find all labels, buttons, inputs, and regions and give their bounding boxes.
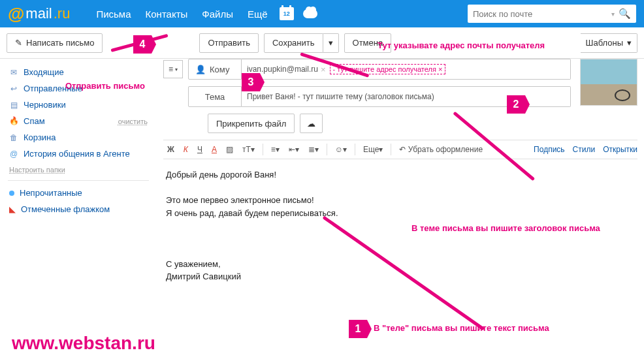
separator: [355, 144, 355, 155]
marker-1: 1: [349, 320, 367, 338]
cards-link[interactable]: Открытки: [603, 145, 637, 154]
attach-row: Прикрепить файл ☁: [208, 114, 637, 133]
fmt-more[interactable]: Еще▾: [359, 143, 387, 156]
save-dropdown-button[interactable]: ▾: [323, 33, 339, 53]
fmt-highlight[interactable]: ▨: [222, 143, 237, 156]
remove-chip-icon[interactable]: ×: [321, 65, 326, 74]
nav-files[interactable]: Файлы: [202, 8, 233, 20]
configure-folders-link[interactable]: Настроить папки: [0, 162, 157, 178]
marker-4: 4: [133, 35, 152, 54]
trash-icon: 🗑: [9, 133, 18, 142]
separator: [8, 180, 149, 181]
folder-unread[interactable]: Непрочитанные: [0, 185, 157, 201]
folder-agent[interactable]: @История общения в Агенте: [0, 146, 157, 162]
folder-inbox[interactable]: ✉Входящие: [0, 64, 157, 80]
search-icon[interactable]: 🔍: [619, 8, 631, 20]
calendar-icon[interactable]: 12: [280, 7, 294, 20]
compose-toolbar: Отправить Сохранить ▾ Отмена: [199, 33, 391, 53]
clear-spam-link[interactable]: очистить: [118, 117, 148, 125]
nav-contacts[interactable]: Контакты: [146, 8, 188, 20]
logo[interactable]: @ mail .ru: [8, 4, 70, 24]
search-dropdown-icon[interactable]: ▾: [611, 10, 615, 18]
annot-subject: В теме письма вы пишите заголовок письма: [411, 223, 600, 233]
reply-icon: ↩: [9, 84, 18, 93]
folder-drafts[interactable]: ▤Черновики: [0, 97, 157, 113]
cloud-icon: ☁: [307, 119, 315, 129]
signature-link[interactable]: Подпись: [534, 145, 565, 154]
to-input[interactable]: ivan.pupkin@mail.ru× - тут пишите адрес …: [242, 59, 571, 80]
fmt-list[interactable]: ≣▾: [304, 143, 323, 156]
annot-send-letter: Отправить письмо: [65, 81, 145, 91]
separator: [391, 144, 391, 155]
spam-icon: 🔥: [9, 116, 18, 126]
nav-mail[interactable]: Письма: [96, 8, 131, 20]
save-button-group: Сохранить ▾: [264, 33, 339, 53]
fmt-size[interactable]: тТ▾: [238, 143, 259, 156]
search-box[interactable]: ▾ 🔍: [468, 5, 636, 23]
flag-icon: ◣: [9, 204, 16, 214]
watermark: www.webstan.ru: [12, 333, 155, 354]
fmt-indent[interactable]: ⇤▾: [285, 143, 303, 156]
folder-label: Черновики: [24, 100, 66, 110]
fmt-underline[interactable]: Ч: [193, 143, 206, 156]
folder-label: Корзина: [24, 133, 56, 142]
chevron-down-icon: ▾: [627, 38, 632, 48]
toolbar-row: ✎ Написать письмо Отправить Сохранить ▾ …: [0, 27, 644, 59]
nav-more[interactable]: Ещё: [248, 8, 268, 20]
folder-label: Отмеченные флажком: [21, 204, 110, 214]
top-bar: @ mail .ru Письма Контакты Файлы Ещё 12 …: [0, 0, 644, 27]
separator: [263, 144, 263, 155]
separator: [327, 144, 327, 155]
save-button[interactable]: Сохранить: [264, 33, 323, 53]
calendar-day: 12: [283, 10, 290, 17]
logo-mail: mail: [25, 5, 52, 22]
logo-at: @: [8, 4, 24, 24]
pencil-icon: ✎: [15, 38, 22, 48]
compose-label: Написать письмо: [26, 38, 94, 48]
draft-icon: ▤: [9, 101, 18, 110]
fmt-remove[interactable]: ↶ Убрать оформление: [395, 143, 487, 156]
templates-button[interactable]: Шаблоны ▾: [581, 33, 638, 53]
folder-label: Спам: [24, 116, 45, 126]
logo-ru: .ru: [54, 5, 71, 22]
fmt-emoji[interactable]: ☺▾: [331, 143, 351, 156]
folder-label: Входящие: [24, 67, 64, 77]
styles-link[interactable]: Стили: [573, 145, 596, 154]
agent-icon: @: [9, 149, 18, 159]
recipient-email: ivan.pupkin@mail.ru: [247, 65, 318, 74]
marker-3: 3: [242, 73, 260, 91]
marker-2: 2: [507, 95, 525, 114]
fmt-right: Подпись Стили Открытки: [534, 145, 637, 154]
top-nav: Письма Контакты Файлы Ещё: [96, 8, 267, 20]
fmt-font-color[interactable]: A: [208, 143, 221, 156]
folder-trash[interactable]: 🗑Корзина: [0, 129, 157, 146]
cloud-icon[interactable]: [303, 9, 317, 18]
annot-body: В "теле" письма вы пишите текст письма: [374, 323, 549, 333]
fmt-italic[interactable]: К: [180, 143, 192, 156]
fmt-bold[interactable]: Ж: [163, 143, 178, 156]
recipient-avatar[interactable]: [580, 59, 637, 106]
templates-label: Шаблоны: [586, 38, 624, 48]
folder-label: Непрочитанные: [20, 188, 82, 198]
fields-menu-button[interactable]: ≡▾: [163, 60, 183, 78]
compose-button[interactable]: ✎ Написать письмо: [7, 33, 103, 53]
envelope-icon: ✉: [9, 68, 18, 77]
to-label-box: 👤Кому: [188, 59, 242, 80]
attach-button[interactable]: Прикрепить файл: [208, 114, 295, 133]
top-icons: 12: [280, 7, 317, 20]
main: ✉Входящие ↩Отправленные ▤Черновики 🔥Спам…: [0, 59, 644, 359]
templates-button-group: Шаблоны ▾: [581, 33, 638, 53]
cloud-attach-button[interactable]: ☁: [300, 114, 323, 133]
person-icon: 👤: [195, 65, 206, 74]
folder-flagged[interactable]: ◣Отмеченные флажком: [0, 201, 157, 217]
subject-label-box: Тема: [188, 86, 242, 107]
annot-recipient: Тут указывате адрес почты получателя: [378, 40, 545, 50]
search-input[interactable]: [473, 9, 607, 19]
send-button[interactable]: Отправить: [199, 33, 258, 53]
folder-spam[interactable]: 🔥Спамочистить: [0, 113, 157, 129]
to-label: Кому: [210, 65, 229, 74]
fmt-align[interactable]: ≡▾: [267, 143, 283, 156]
subject-value: Привет Ваня! - тут пишите тему (заголово…: [247, 92, 434, 101]
compose-area: ≡▾ 👤Кому ivan.pupkin@mail.ru× - тут пиши…: [157, 59, 644, 359]
sidebar: ✉Входящие ↩Отправленные ▤Черновики 🔥Спам…: [0, 59, 157, 359]
